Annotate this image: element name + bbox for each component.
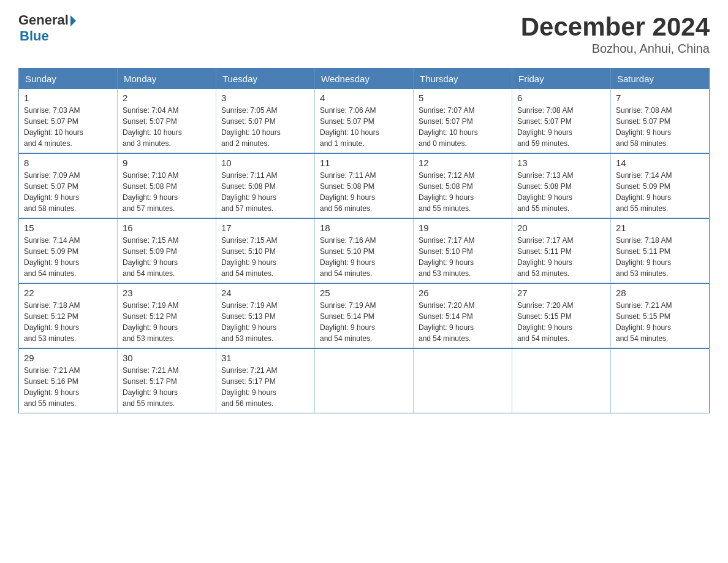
calendar-day-cell: 30 Sunrise: 7:21 AMSunset: 5:17 PMDaylig… [118,348,216,413]
calendar-week-row: 8 Sunrise: 7:09 AMSunset: 5:07 PMDayligh… [19,153,710,218]
day-number: 3 [221,93,309,103]
logo-blue-text: Blue [20,28,49,44]
calendar-subtitle: Bozhou, Anhui, China [521,42,710,56]
day-info: Sunrise: 7:20 AMSunset: 5:14 PMDaylight:… [419,300,507,344]
day-number: 28 [616,288,704,298]
calendar-day-cell [414,348,512,413]
day-info: Sunrise: 7:18 AMSunset: 5:11 PMDaylight:… [616,235,704,279]
day-number: 13 [517,158,605,168]
calendar-day-cell [315,348,414,413]
calendar-day-cell: 16 Sunrise: 7:15 AMSunset: 5:09 PMDaylig… [118,218,216,283]
calendar-day-cell: 11 Sunrise: 7:11 AMSunset: 5:08 PMDaylig… [315,153,414,218]
header-saturday: Saturday [611,69,710,90]
day-info: Sunrise: 7:11 AMSunset: 5:08 PMDaylight:… [320,170,408,214]
day-info: Sunrise: 7:03 AMSunset: 5:07 PMDaylight:… [24,105,112,149]
calendar-day-cell: 28 Sunrise: 7:21 AMSunset: 5:15 PMDaylig… [611,283,710,348]
day-info: Sunrise: 7:20 AMSunset: 5:15 PMDaylight:… [517,300,605,344]
day-number: 4 [320,93,408,103]
calendar-week-row: 22 Sunrise: 7:18 AMSunset: 5:12 PMDaylig… [19,283,710,348]
day-info: Sunrise: 7:09 AMSunset: 5:07 PMDaylight:… [24,170,112,214]
calendar-day-cell: 7 Sunrise: 7:08 AMSunset: 5:07 PMDayligh… [611,89,710,153]
calendar-day-cell: 13 Sunrise: 7:13 AMSunset: 5:08 PMDaylig… [512,153,611,218]
day-number: 29 [24,353,112,363]
calendar-day-cell: 24 Sunrise: 7:19 AMSunset: 5:13 PMDaylig… [216,283,315,348]
day-info: Sunrise: 7:21 AMSunset: 5:17 PMDaylight:… [123,365,211,409]
day-info: Sunrise: 7:11 AMSunset: 5:08 PMDaylight:… [221,170,309,214]
day-info: Sunrise: 7:19 AMSunset: 5:12 PMDaylight:… [123,300,211,344]
day-number: 5 [419,93,507,103]
header-monday: Monday [118,69,216,90]
calendar-day-cell: 31 Sunrise: 7:21 AMSunset: 5:17 PMDaylig… [216,348,315,413]
day-info: Sunrise: 7:07 AMSunset: 5:07 PMDaylight:… [419,105,507,149]
day-info: Sunrise: 7:18 AMSunset: 5:12 PMDaylight:… [24,300,112,344]
day-number: 17 [221,223,309,233]
calendar-day-cell: 9 Sunrise: 7:10 AMSunset: 5:08 PMDayligh… [118,153,216,218]
calendar-day-cell: 21 Sunrise: 7:18 AMSunset: 5:11 PMDaylig… [611,218,710,283]
calendar-title: December 2024 [521,12,710,42]
day-info: Sunrise: 7:13 AMSunset: 5:08 PMDaylight:… [517,170,605,214]
calendar-week-row: 15 Sunrise: 7:14 AMSunset: 5:09 PMDaylig… [19,218,710,283]
day-info: Sunrise: 7:21 AMSunset: 5:16 PMDaylight:… [24,365,112,409]
header-sunday: Sunday [19,69,118,90]
calendar-day-cell: 6 Sunrise: 7:08 AMSunset: 5:07 PMDayligh… [512,89,611,153]
day-info: Sunrise: 7:21 AMSunset: 5:15 PMDaylight:… [616,300,704,344]
calendar-table: Sunday Monday Tuesday Wednesday Thursday… [18,68,710,413]
day-number: 15 [24,223,112,233]
day-number: 1 [24,93,112,103]
calendar-day-cell: 23 Sunrise: 7:19 AMSunset: 5:12 PMDaylig… [118,283,216,348]
day-info: Sunrise: 7:04 AMSunset: 5:07 PMDaylight:… [123,105,211,149]
day-number: 19 [419,223,507,233]
day-info: Sunrise: 7:10 AMSunset: 5:08 PMDaylight:… [123,170,211,214]
header-thursday: Thursday [414,69,512,90]
day-number: 31 [221,353,309,363]
calendar-day-cell: 22 Sunrise: 7:18 AMSunset: 5:12 PMDaylig… [19,283,118,348]
day-number: 9 [123,158,211,168]
calendar-day-cell [611,348,710,413]
calendar-day-cell [512,348,611,413]
day-info: Sunrise: 7:14 AMSunset: 5:09 PMDaylight:… [24,235,112,279]
day-info: Sunrise: 7:19 AMSunset: 5:13 PMDaylight:… [221,300,309,344]
day-info: Sunrise: 7:08 AMSunset: 5:07 PMDaylight:… [517,105,605,149]
day-number: 20 [517,223,605,233]
calendar-day-cell: 14 Sunrise: 7:14 AMSunset: 5:09 PMDaylig… [611,153,710,218]
day-number: 23 [123,288,211,298]
day-number: 8 [24,158,112,168]
day-number: 26 [419,288,507,298]
day-info: Sunrise: 7:19 AMSunset: 5:14 PMDaylight:… [320,300,408,344]
day-number: 30 [123,353,211,363]
day-number: 22 [24,288,112,298]
day-info: Sunrise: 7:05 AMSunset: 5:07 PMDaylight:… [221,105,309,149]
calendar-day-cell: 19 Sunrise: 7:17 AMSunset: 5:10 PMDaylig… [414,218,512,283]
day-number: 11 [320,158,408,168]
day-number: 16 [123,223,211,233]
header-friday: Friday [512,69,611,90]
calendar-day-cell: 5 Sunrise: 7:07 AMSunset: 5:07 PMDayligh… [414,89,512,153]
day-info: Sunrise: 7:17 AMSunset: 5:10 PMDaylight:… [419,235,507,279]
day-number: 24 [221,288,309,298]
calendar-day-cell: 27 Sunrise: 7:20 AMSunset: 5:15 PMDaylig… [512,283,611,348]
header-tuesday: Tuesday [216,69,315,90]
calendar-day-cell: 20 Sunrise: 7:17 AMSunset: 5:11 PMDaylig… [512,218,611,283]
calendar-day-cell: 26 Sunrise: 7:20 AMSunset: 5:14 PMDaylig… [414,283,512,348]
day-number: 2 [123,93,211,103]
day-info: Sunrise: 7:15 AMSunset: 5:10 PMDaylight:… [221,235,309,279]
calendar-week-row: 1 Sunrise: 7:03 AMSunset: 5:07 PMDayligh… [19,89,710,153]
day-number: 7 [616,93,704,103]
calendar-day-cell: 25 Sunrise: 7:19 AMSunset: 5:14 PMDaylig… [315,283,414,348]
day-info: Sunrise: 7:21 AMSunset: 5:17 PMDaylight:… [221,365,309,409]
day-info: Sunrise: 7:15 AMSunset: 5:09 PMDaylight:… [123,235,211,279]
calendar-day-cell: 17 Sunrise: 7:15 AMSunset: 5:10 PMDaylig… [216,218,315,283]
header-wednesday: Wednesday [315,69,414,90]
day-info: Sunrise: 7:12 AMSunset: 5:08 PMDaylight:… [419,170,507,214]
calendar-day-cell: 2 Sunrise: 7:04 AMSunset: 5:07 PMDayligh… [118,89,216,153]
day-number: 10 [221,158,309,168]
day-number: 12 [419,158,507,168]
calendar-header-row: Sunday Monday Tuesday Wednesday Thursday… [19,69,710,90]
day-number: 27 [517,288,605,298]
calendar-day-cell: 12 Sunrise: 7:12 AMSunset: 5:08 PMDaylig… [414,153,512,218]
day-number: 21 [616,223,704,233]
day-info: Sunrise: 7:16 AMSunset: 5:10 PMDaylight:… [320,235,408,279]
logo-arrow-icon [70,15,76,26]
calendar-title-section: December 2024 Bozhou, Anhui, China [521,12,710,56]
calendar-day-cell: 8 Sunrise: 7:09 AMSunset: 5:07 PMDayligh… [19,153,118,218]
